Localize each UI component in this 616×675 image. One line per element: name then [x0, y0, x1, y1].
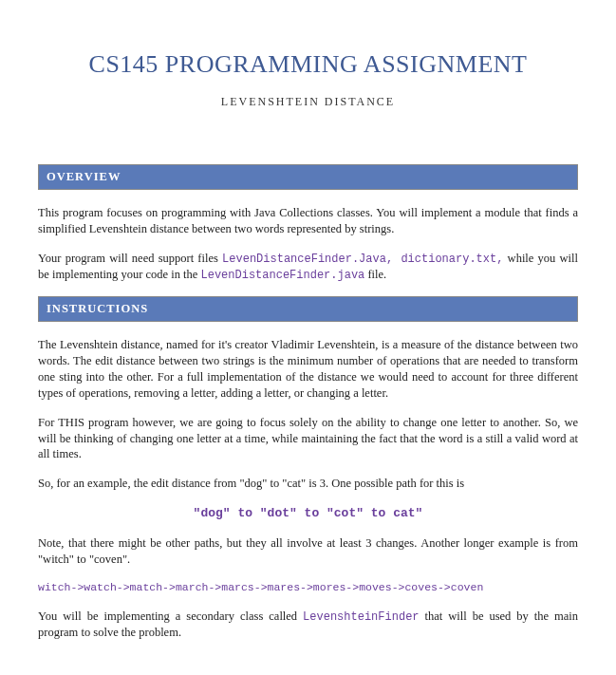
overview-content: This program focuses on programming with…: [38, 205, 578, 283]
text-segment: file.: [364, 268, 386, 281]
code-example-chain: witch->watch->match->march->marcs->mares…: [38, 580, 578, 595]
text-segment: Your program will need support files: [38, 252, 222, 265]
instructions-paragraph-4: Note, that there might be other paths, b…: [38, 535, 578, 568]
instructions-paragraph-5: You will be implementing a secondary cla…: [38, 609, 578, 641]
code-classname: LevenshteinFinder: [303, 610, 419, 624]
document-title: CS145 PROGRAMMING ASSIGNMENT: [38, 47, 578, 81]
code-example-path: "dog" to "dot" to "cot" to cat": [38, 505, 578, 522]
text-segment: You will be implementing a secondary cla…: [38, 609, 303, 623]
code-filename: LevenDistanceFinder.Java, dictionary.txt…: [222, 253, 503, 266]
overview-paragraph-2: Your program will need support files Lev…: [38, 251, 578, 283]
instructions-paragraph-1: The Levenshtein distance, named for it's…: [38, 337, 578, 402]
instructions-content: The Levenshtein distance, named for it's…: [38, 337, 578, 641]
section-header-instructions: INSTRUCTIONS: [38, 296, 578, 322]
document-subtitle: LEVENSHTEIN DISTANCE: [38, 94, 578, 109]
section-header-overview: OVERVIEW: [38, 164, 578, 190]
instructions-paragraph-3: So, for an example, the edit distance fr…: [38, 476, 578, 492]
overview-paragraph-1: This program focuses on programming with…: [38, 205, 578, 237]
instructions-paragraph-2: For THIS program however, we are going t…: [38, 415, 578, 463]
code-filename: LevenDistanceFinder.java: [200, 269, 364, 282]
